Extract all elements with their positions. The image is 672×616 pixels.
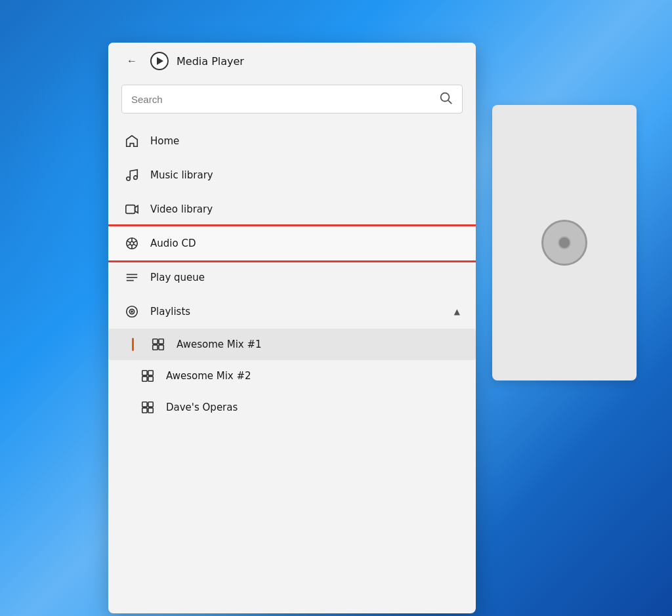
svg-rect-15 — [153, 345, 158, 350]
playlists-label: Playlists — [150, 306, 190, 318]
svg-point-3 — [134, 176, 138, 180]
svg-point-2 — [127, 177, 131, 181]
back-button[interactable]: ← — [121, 51, 142, 72]
app-header: ← Media Player — [108, 43, 476, 79]
playlist-item-label-1: Awesome Mix #1 — [177, 339, 262, 350]
svg-rect-23 — [142, 408, 147, 413]
svg-line-1 — [448, 100, 452, 104]
video-icon — [124, 201, 140, 217]
chevron-up-icon: ▲ — [454, 307, 460, 316]
sidebar-item-play-queue[interactable]: Play queue — [114, 260, 471, 295]
svg-rect-22 — [148, 402, 153, 407]
playlist-item-icon-2 — [140, 368, 156, 384]
disc-center — [558, 236, 571, 249]
svg-rect-14 — [159, 339, 163, 344]
svg-rect-19 — [142, 377, 147, 381]
active-bar — [132, 338, 134, 351]
play-icon — [157, 57, 163, 65]
playlists-section: Playlists ▲ Awesome Mix #1 — [108, 295, 476, 423]
svg-rect-16 — [159, 345, 163, 350]
app-title: Media Player — [177, 55, 244, 68]
sidebar-item-home-label: Home — [150, 135, 179, 147]
svg-rect-13 — [153, 339, 158, 344]
playlist-item-icon-1 — [150, 337, 166, 352]
music-icon — [124, 167, 140, 183]
svg-point-12 — [131, 311, 133, 312]
disc-graphic — [541, 220, 587, 266]
svg-rect-20 — [148, 377, 153, 381]
playlists-header[interactable]: Playlists ▲ — [108, 295, 476, 329]
svg-point-6 — [130, 241, 134, 245]
playlist-item-label-3: Dave's Operas — [166, 401, 238, 413]
media-player-panel: ← Media Player Home — [108, 43, 476, 613]
sidebar-item-audio-cd[interactable]: Audio CD — [108, 226, 476, 260]
sidebar-item-play-queue-label: Play queue — [150, 272, 205, 283]
nav-list: Home Music library Video library — [108, 124, 476, 295]
home-icon — [124, 133, 140, 149]
queue-icon — [124, 270, 140, 285]
sidebar-item-audio-cd-label: Audio CD — [150, 237, 196, 249]
svg-rect-17 — [142, 371, 147, 375]
sidebar-item-music-library-label: Music library — [150, 169, 213, 181]
search-input[interactable] — [131, 94, 433, 105]
right-panel — [492, 105, 637, 380]
playlist-icon — [124, 304, 140, 319]
svg-rect-4 — [126, 205, 135, 214]
svg-rect-18 — [148, 371, 153, 375]
svg-point-0 — [441, 93, 450, 102]
search-bar — [121, 85, 463, 113]
playlist-item-awesome-mix-1[interactable]: Awesome Mix #1 — [108, 329, 476, 360]
search-container — [108, 79, 476, 124]
playlist-item-label-2: Awesome Mix #2 — [166, 370, 251, 382]
cd-icon — [124, 236, 140, 251]
playlist-item-daves-operas[interactable]: Dave's Operas — [108, 392, 476, 423]
playlist-item-awesome-mix-2[interactable]: Awesome Mix #2 — [108, 360, 476, 392]
app-logo — [150, 52, 169, 70]
playlist-item-icon-3 — [140, 400, 156, 415]
sidebar-item-music-library[interactable]: Music library — [114, 158, 471, 192]
svg-rect-24 — [148, 408, 153, 413]
svg-rect-21 — [142, 402, 147, 407]
sidebar-item-video-library[interactable]: Video library — [114, 192, 471, 226]
sidebar-item-home[interactable]: Home — [114, 124, 471, 158]
sidebar-item-video-library-label: Video library — [150, 203, 213, 215]
search-icon — [438, 91, 453, 108]
playlists-header-left: Playlists — [124, 304, 190, 319]
back-arrow-icon: ← — [127, 55, 137, 67]
